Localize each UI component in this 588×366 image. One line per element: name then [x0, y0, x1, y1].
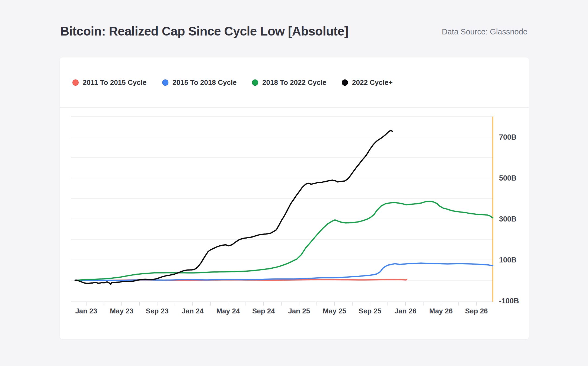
y-axis-label-700B: 700B — [499, 133, 517, 141]
x-axis-label-Jan-26: Jan 26 — [395, 307, 417, 315]
screen: Bitcoin: Realized Cap Since Cycle Low [A… — [0, 0, 588, 366]
series-line-2018-to-2022-cycle[interactable] — [75, 201, 493, 281]
x-axis-label-Jan-24: Jan 24 — [182, 307, 204, 315]
series-line-2022-cycle-[interactable] — [75, 130, 393, 285]
y-axis-label-500B: 500B — [499, 174, 517, 182]
y-axis-label-100B: 100B — [499, 256, 517, 264]
chart-plot-area[interactable]: Jan 23May 23Sep 23Jan 24May 24Sep 24Jan … — [0, 0, 588, 366]
y-axis-label-300B: 300B — [499, 215, 517, 223]
x-axis-label-Jan-23: Jan 23 — [75, 307, 97, 315]
series-line-2015-to-2018-cycle[interactable] — [75, 263, 493, 281]
x-axis-label-Sep-24: Sep 24 — [252, 307, 275, 315]
y-axis-label--100B: -100B — [499, 297, 519, 305]
x-axis-label-May-23: May 23 — [110, 307, 133, 315]
x-axis-label-Sep-26: Sep 26 — [465, 307, 488, 315]
x-axis-label-Sep-25: Sep 25 — [359, 307, 381, 315]
x-axis-label-May-26: May 26 — [429, 307, 453, 315]
x-axis-label-Sep-23: Sep 23 — [146, 307, 169, 315]
x-axis-label-May-24: May 24 — [216, 307, 240, 315]
x-axis-label-Jan-25: Jan 25 — [288, 307, 310, 315]
x-axis-label-May-25: May 25 — [323, 307, 346, 315]
